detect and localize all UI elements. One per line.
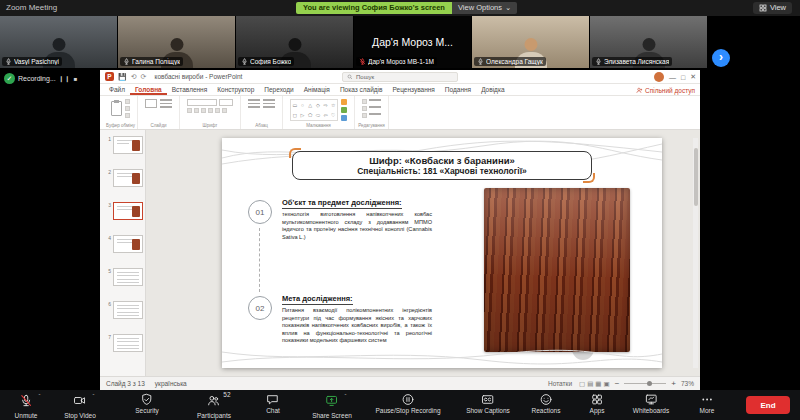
more-button[interactable]: More xyxy=(700,393,715,414)
account-avatar[interactable] xyxy=(654,72,664,82)
tab-animations[interactable]: Анімація xyxy=(299,84,335,95)
share-screen-button[interactable]: ˆ Share Screen xyxy=(312,393,352,419)
recording-indicator: ✓ Recording... ❙❙ ■ xyxy=(4,73,78,84)
tab-design[interactable]: Конструктор xyxy=(212,84,259,95)
pause-recording-icon[interactable]: ❙❙ xyxy=(59,75,71,82)
slide-thumbnail[interactable]: 1 xyxy=(104,136,143,154)
security-button[interactable]: Security xyxy=(135,393,158,414)
video-tile-camera-off[interactable]: Дар'я Мороз М... Дар'я Мороз МВ-1-1М xyxy=(354,16,471,68)
save-icon[interactable]: 💾 xyxy=(118,73,127,81)
chevron-down-icon: ⌄ xyxy=(505,2,511,14)
decorative-waves-bottom xyxy=(222,346,662,368)
slide-canvas[interactable]: Шифр: «Ковбаски з баранини» Спеціальніст… xyxy=(222,138,662,368)
maximize-icon[interactable]: □ xyxy=(681,74,685,81)
reactions-button[interactable]: Reactions xyxy=(532,393,561,414)
video-tile[interactable]: Элизавета Лисянская xyxy=(590,16,707,68)
tab-slideshow[interactable]: Показ слайдів xyxy=(335,84,388,95)
slide-title-line2: Спеціальність: 181 «Харчові технології» xyxy=(297,166,587,176)
slide-sorter-icon[interactable]: ▤ xyxy=(587,380,593,387)
slide-thumbnail-panel[interactable]: 1 2 3 4 5 6 7 xyxy=(100,130,146,376)
ppt-search-box[interactable]: Пошук xyxy=(342,72,458,82)
viewing-banner: You are viewing София Божко's screen Vie… xyxy=(296,2,517,14)
new-slide-icon xyxy=(145,99,157,108)
end-meeting-button[interactable]: End xyxy=(746,396,790,414)
zoom-out-button[interactable]: − xyxy=(615,379,620,388)
chevron-up-icon[interactable]: ˆ xyxy=(345,393,347,399)
tab-help[interactable]: Довідка xyxy=(476,84,509,95)
chat-button[interactable]: Chat xyxy=(266,393,280,414)
stop-recording-icon[interactable]: ■ xyxy=(74,76,79,82)
video-tile[interactable]: Олександра Гащук xyxy=(472,16,589,68)
chat-icon xyxy=(266,393,279,406)
view-options-button[interactable]: View Options⌄ xyxy=(452,2,517,14)
mic-icon xyxy=(595,58,602,65)
show-captions-button[interactable]: Show Captions xyxy=(466,393,510,414)
whiteboard-icon xyxy=(645,393,658,406)
share-button[interactable]: Спільний доступ xyxy=(636,84,695,96)
mic-muted-icon xyxy=(359,58,366,65)
tab-home[interactable]: Головна xyxy=(130,84,167,95)
tab-review[interactable]: Рецензування xyxy=(387,84,439,95)
undo-icon[interactable]: ⟲ xyxy=(131,73,137,81)
reading-view-icon[interactable]: ▦ xyxy=(595,380,601,387)
view-button-label: View xyxy=(770,2,786,14)
slide-thumbnail[interactable]: 5 xyxy=(104,268,143,286)
tab-view[interactable]: Подання xyxy=(440,84,476,95)
item-number-badge: 01 xyxy=(248,200,272,224)
search-icon xyxy=(347,74,353,80)
language-indicator[interactable]: українська xyxy=(155,380,187,387)
video-tile[interactable]: Vasyl Pasichnyi xyxy=(0,16,117,68)
mic-icon xyxy=(123,58,130,65)
close-icon[interactable]: ✕ xyxy=(690,73,696,81)
view-button[interactable]: View xyxy=(753,2,792,14)
zoom-slider[interactable] xyxy=(624,383,666,384)
video-tile[interactable]: Галина Поліщук xyxy=(118,16,235,68)
zoom-top-bar: Zoom Meeting You are viewing София Божко… xyxy=(0,0,800,16)
smiley-icon xyxy=(540,393,553,406)
grid-icon xyxy=(759,4,767,12)
ribbon-group-slides[interactable]: Слайди xyxy=(138,96,180,129)
whiteboards-button[interactable]: Whiteboards xyxy=(633,393,670,414)
zoom-toolbar: ˆ Unmute ˆ Stop Video Security 52 Partic… xyxy=(0,390,800,420)
notes-button[interactable]: Нотатки xyxy=(548,380,572,387)
ribbon-group-clipboard[interactable]: Буфер обміну xyxy=(104,96,138,129)
slide-thumbnail-selected[interactable]: 3 xyxy=(104,202,143,220)
ribbon-group-font[interactable]: Шрифт xyxy=(180,96,241,129)
tab-insert[interactable]: Вставлення xyxy=(167,84,213,95)
slide-thumbnail[interactable]: 4 xyxy=(104,235,143,253)
tab-transitions[interactable]: Переходи xyxy=(259,84,298,95)
slide-heading: Мета дослідження: xyxy=(282,294,353,305)
minimize-icon[interactable]: — xyxy=(669,74,676,81)
zoom-in-button[interactable]: + xyxy=(671,379,676,388)
zoom-level[interactable]: 73% xyxy=(681,380,694,387)
slide-paragraph: Питання взаємодії полікомпонентних інгре… xyxy=(282,307,432,345)
tab-file[interactable]: Файл xyxy=(104,84,130,95)
next-participants-button[interactable]: › xyxy=(712,49,730,67)
participants-button[interactable]: 52 Participants xyxy=(197,393,231,419)
video-tile-active-speaker[interactable]: София Божко xyxy=(236,16,353,68)
unmute-button[interactable]: ˆ Unmute xyxy=(15,393,38,419)
slide-thumbnail[interactable]: 2 xyxy=(104,169,143,187)
check-icon: ✓ xyxy=(4,73,15,84)
apps-grid-icon xyxy=(590,393,603,406)
ribbon-group-paragraph[interactable]: Абзац xyxy=(241,96,283,129)
paste-icon xyxy=(111,101,122,116)
participant-name-tag: Дар'я Мороз МВ-1-1М xyxy=(356,57,437,66)
slideshow-icon[interactable]: ▣ xyxy=(603,380,609,387)
shape-fill-icon xyxy=(341,115,347,121)
slide-heading: Об'єкт та предмет дослідження: xyxy=(282,198,402,209)
ribbon-group-editing[interactable]: Редагування xyxy=(355,96,389,129)
pause-stop-recording-button[interactable]: Pause/Stop Recording xyxy=(375,393,440,414)
normal-view-icon[interactable]: ▢ xyxy=(579,380,585,387)
chevron-up-icon[interactable]: ˆ xyxy=(93,393,95,399)
slide-paragraph: технологія виготовлення напівкопчених ко… xyxy=(282,211,432,241)
vertical-scrollbar[interactable] xyxy=(693,138,698,368)
apps-button[interactable]: Apps xyxy=(590,393,605,414)
slide-thumbnail[interactable]: 6 xyxy=(104,301,143,319)
slide-thumbnail[interactable]: 7 xyxy=(104,334,143,352)
stop-video-button[interactable]: ˆ Stop Video xyxy=(64,393,96,419)
redo-icon[interactable]: ⟳ xyxy=(141,73,147,81)
chevron-up-icon[interactable]: ˆ xyxy=(38,393,40,399)
ribbon-group-drawing[interactable]: ▭○△◇⇨☆ ◻▷⬠⬭⇦♡ Малювання xyxy=(283,96,355,129)
participants-icon xyxy=(208,394,221,407)
